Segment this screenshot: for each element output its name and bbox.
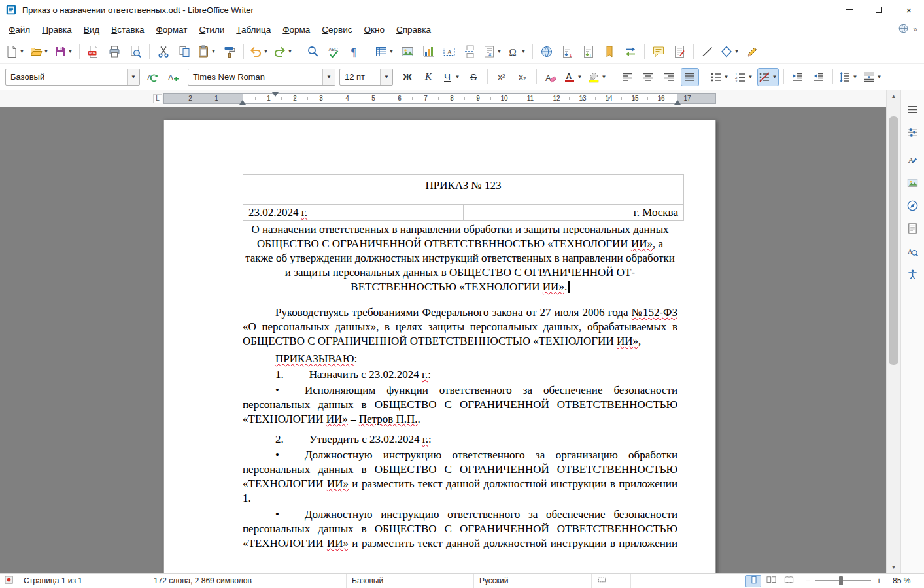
- cross-reference-button[interactable]: [621, 43, 640, 61]
- table-cell-city[interactable]: г. Москва: [463, 205, 683, 221]
- spelling-button[interactable]: ABC: [325, 43, 343, 61]
- redo-button[interactable]: ▼: [273, 43, 294, 61]
- highlight-color-button[interactable]: ▼: [587, 68, 608, 86]
- document-viewport[interactable]: ПРИКАЗ № 123 23.02.2024 г. г. Москва О н…: [0, 107, 886, 573]
- page-break-button[interactable]: [461, 43, 479, 61]
- new-style-button[interactable]: А: [164, 68, 182, 86]
- language-status[interactable]: Русский: [474, 574, 592, 588]
- track-changes-button[interactable]: [670, 43, 689, 61]
- first-line-indent-marker[interactable]: [272, 92, 279, 97]
- align-center-button[interactable]: [639, 68, 657, 86]
- right-indent-marker[interactable]: [674, 100, 681, 105]
- left-indent-marker[interactable]: [239, 100, 246, 105]
- chevron-down-icon[interactable]: ▼: [876, 74, 883, 80]
- chevron-down-icon[interactable]: ▼: [380, 69, 392, 85]
- maximize-button[interactable]: [864, 0, 894, 20]
- zoom-out-button[interactable]: −: [803, 576, 812, 586]
- horizontal-ruler[interactable]: L 211234567891011121314151617: [0, 90, 886, 107]
- vertical-scrollbar[interactable]: ▲ ▼: [886, 90, 900, 573]
- open-button[interactable]: ▼: [29, 43, 50, 61]
- chevron-down-icon[interactable]: ▼: [286, 48, 294, 54]
- scroll-up-button[interactable]: ▲: [887, 90, 900, 102]
- increase-indent-button[interactable]: [789, 68, 807, 86]
- single-page-view-button[interactable]: [745, 575, 761, 587]
- chevron-down-icon[interactable]: ▼: [576, 74, 583, 80]
- ruler-scale[interactable]: 211234567891011121314151617: [163, 93, 716, 104]
- superscript-button[interactable]: x²: [492, 68, 511, 86]
- paragraph[interactable]: ПРИКАЗЫВАЮ:: [243, 352, 677, 366]
- menu-form[interactable]: Форма: [277, 22, 316, 38]
- table-row[interactable]: ПРИКАЗ № 123: [243, 175, 684, 205]
- decrease-indent-button[interactable]: [810, 68, 828, 86]
- line-spacing-button[interactable]: ▼: [838, 68, 859, 86]
- page-number-status[interactable]: Страница 1 из 1: [18, 574, 148, 588]
- sidebar-settings-button[interactable]: [904, 102, 921, 119]
- hyperlink-button[interactable]: [538, 43, 556, 61]
- insert-table-button[interactable]: ▼: [374, 43, 396, 61]
- menu-help[interactable]: Справка: [390, 22, 437, 38]
- menu-table[interactable]: Таблица: [230, 22, 277, 38]
- paragraph[interactable]: •Должностную инструкцию ответственного з…: [243, 508, 677, 551]
- bookmark-button[interactable]: [600, 43, 619, 61]
- zoom-slider[interactable]: [815, 580, 871, 581]
- insert-textbox-button[interactable]: A: [440, 43, 458, 61]
- menu-window[interactable]: Окно: [358, 22, 390, 38]
- paragraph[interactable]: •Исполняющим функции ответственного за о…: [243, 383, 677, 426]
- chevron-down-icon[interactable]: ▼: [851, 74, 859, 80]
- zoom-in-button[interactable]: +: [874, 576, 883, 586]
- table-row[interactable]: 23.02.2024 г. г. Москва: [243, 205, 684, 221]
- menu-overflow-icon[interactable]: »: [913, 25, 917, 34]
- clear-formatting-button[interactable]: А: [541, 68, 560, 86]
- chevron-down-icon[interactable]: ▼: [520, 48, 527, 54]
- styles-button[interactable]: A: [904, 152, 921, 169]
- paragraph[interactable]: 2.Утвердить с 23.02.2024 г.:: [243, 432, 677, 447]
- chevron-down-icon[interactable]: ▼: [210, 48, 217, 54]
- tab-stop-selector[interactable]: L: [153, 94, 162, 103]
- save-button[interactable]: ▼: [53, 43, 75, 61]
- undo-button[interactable]: ▼: [248, 43, 270, 61]
- navigator-button[interactable]: [904, 198, 921, 215]
- clone-formatting-button[interactable]: [220, 43, 239, 61]
- endnote-button[interactable]: i: [579, 43, 598, 61]
- paragraph[interactable]: Руководствуясь требованиями Федерального…: [243, 305, 677, 349]
- menu-format[interactable]: Формат: [150, 22, 193, 38]
- chevron-down-icon[interactable]: ▼: [18, 48, 26, 54]
- footnote-button[interactable]: 1: [558, 43, 577, 61]
- chevron-down-icon[interactable]: ▼: [388, 48, 395, 54]
- ordered-list-button[interactable]: 123▼: [733, 68, 755, 86]
- book-view-button[interactable]: [781, 575, 796, 587]
- paragraph[interactable]: 1.Назначить с 23.02.2024 г.:: [243, 368, 677, 382]
- unordered-list-button[interactable]: ▼: [709, 68, 730, 86]
- align-justify-button[interactable]: [681, 68, 699, 86]
- properties-button[interactable]: [904, 125, 921, 142]
- insert-field-button[interactable]: #▼: [482, 43, 504, 61]
- align-left-button[interactable]: [618, 68, 636, 86]
- paragraph[interactable]: О назначении ответственных в направлении…: [243, 222, 677, 294]
- document-page[interactable]: ПРИКАЗ № 123 23.02.2024 г. г. Москва О н…: [163, 120, 716, 573]
- font-size-combo[interactable]: 12 пт ▼: [339, 69, 393, 86]
- no-list-button[interactable]: ▼: [757, 68, 779, 86]
- align-right-button[interactable]: [660, 68, 678, 86]
- chevron-down-icon[interactable]: ▼: [733, 48, 740, 54]
- scrollbar-thumb[interactable]: [889, 116, 898, 365]
- formatting-marks-button[interactable]: ¶: [346, 43, 364, 61]
- paste-button[interactable]: ▼: [196, 43, 218, 61]
- table-cell-date[interactable]: 23.02.2024 г.: [243, 205, 464, 221]
- globe-icon[interactable]: [898, 23, 909, 36]
- italic-button[interactable]: К: [419, 68, 437, 86]
- chevron-down-icon[interactable]: ▼: [600, 74, 607, 80]
- selection-mode-status[interactable]: [592, 574, 631, 588]
- strikethrough-button[interactable]: S: [464, 68, 483, 86]
- font-name-combo[interactable]: Times New Roman ▼: [188, 69, 335, 86]
- draw-functions-button[interactable]: [744, 43, 762, 61]
- update-style-button[interactable]: А: [143, 68, 162, 86]
- zoom-slider-thumb[interactable]: [839, 576, 843, 585]
- menu-insert[interactable]: Вставка: [105, 22, 150, 38]
- close-button[interactable]: ×: [894, 0, 924, 20]
- scroll-down-button[interactable]: ▼: [887, 561, 900, 573]
- paragraph-spacing-button[interactable]: ▼: [862, 68, 883, 86]
- font-color-button[interactable]: А▼: [562, 68, 584, 86]
- menu-styles[interactable]: Стили: [193, 22, 230, 38]
- special-character-button[interactable]: Ω▼: [506, 43, 528, 61]
- chevron-down-icon[interactable]: ▼: [43, 48, 50, 54]
